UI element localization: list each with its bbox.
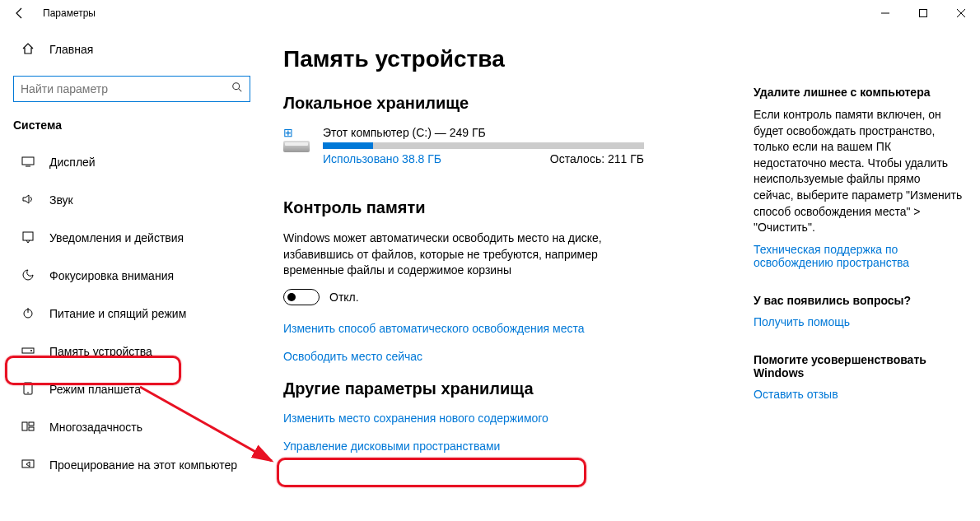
svg-point-14 (27, 392, 29, 393)
svg-point-4 (233, 83, 240, 90)
titlebar: Параметры (0, 0, 980, 26)
storage-icon (20, 344, 36, 360)
sidebar-item-label: Режим планшета (49, 383, 141, 396)
sidebar-item-notifications[interactable]: Уведомления и действия (0, 219, 264, 257)
storage-sense-desc: Windows может автоматически освободить м… (283, 230, 637, 279)
maximize-button[interactable] (904, 0, 942, 26)
projecting-icon (20, 458, 36, 473)
aside-cleanup-link[interactable]: Техническая поддержка по освобождению пр… (754, 243, 964, 269)
svg-rect-16 (29, 422, 34, 426)
svg-line-5 (239, 89, 242, 92)
sidebar-item-power[interactable]: Питание и спящий режим (0, 295, 264, 333)
notifications-icon (20, 230, 36, 246)
window-title: Параметры (43, 7, 96, 19)
storage-remaining: Осталось: 211 ГБ (550, 152, 644, 165)
toggle-state-label: Откл. (329, 291, 359, 304)
aside-help-link[interactable]: Получить помощь (754, 315, 964, 328)
sidebar-item-tablet[interactable]: Режим планшета (0, 370, 264, 408)
back-button[interactable] (7, 0, 33, 26)
multitask-icon (20, 420, 36, 435)
aside-questions-heading: У вас появились вопросы? (754, 294, 964, 307)
sidebar-home-label: Главная (49, 43, 93, 56)
link-change-auto-free[interactable]: Изменить способ автоматического освобожд… (283, 322, 737, 335)
tablet-icon (20, 382, 36, 398)
link-change-save-location[interactable]: Изменить место сохранения нового содержи… (283, 412, 737, 425)
svg-rect-6 (22, 157, 34, 165)
aside-cleanup-desc: Если контроль памяти включен, он будет о… (754, 107, 964, 236)
storage-bar (323, 142, 644, 149)
svg-point-12 (30, 350, 32, 351)
drive-row[interactable]: ⊞ Этот компьютер (C:) — 249 ГБ Использов… (283, 126, 737, 165)
main-content: Память устройства Локальное хранилище ⊞ … (283, 46, 737, 521)
svg-rect-18 (22, 460, 34, 468)
sidebar-item-label: Проецирование на этот компьютер (49, 458, 237, 472)
sidebar-item-projecting[interactable]: Проецирование на этот компьютер (0, 446, 264, 484)
drive-label: Этот компьютер (C:) — 249 ГБ (323, 126, 737, 139)
sidebar-item-focus[interactable]: Фокусировка внимания (0, 257, 264, 295)
sidebar-item-label: Уведомления и действия (49, 231, 184, 244)
home-icon (20, 42, 36, 58)
svg-rect-15 (22, 422, 27, 430)
page-title: Память устройства (283, 46, 737, 72)
aside-improve-heading: Помогите усовершенствовать Windows (754, 353, 964, 379)
sidebar-group-label: Система (0, 119, 264, 143)
aside-panel: Удалите лишнее с компьютера Если контрол… (754, 46, 964, 521)
focus-icon (20, 268, 36, 284)
close-button[interactable] (942, 0, 980, 26)
sidebar-item-storage[interactable]: Память устройства (0, 333, 264, 370)
svg-rect-8 (23, 232, 33, 240)
svg-rect-1 (920, 10, 927, 17)
search-icon (231, 81, 243, 96)
link-free-now[interactable]: Освободить место сейчас (283, 350, 737, 363)
display-icon (20, 155, 36, 170)
sidebar-item-label: Многозадачность (49, 421, 142, 434)
svg-rect-17 (29, 427, 34, 430)
minimize-button[interactable] (866, 0, 904, 26)
drive-icon: ⊞ (283, 126, 310, 152)
sidebar-item-sound[interactable]: Звук (0, 181, 264, 219)
sound-icon (20, 193, 36, 208)
aside-feedback-link[interactable]: Оставить отзыв (754, 388, 964, 401)
power-icon (20, 306, 36, 322)
search-input[interactable] (21, 82, 231, 95)
link-manage-storage-spaces[interactable]: Управление дисковыми пространствами (283, 440, 737, 453)
sidebar-item-label: Звук (49, 193, 73, 207)
local-storage-heading: Локальное хранилище (283, 94, 737, 113)
search-box[interactable] (13, 76, 250, 102)
sidebar-item-label: Дисплей (49, 156, 96, 169)
sidebar-home[interactable]: Главная (0, 33, 264, 66)
sidebar-item-label: Фокусировка внимания (49, 269, 174, 282)
sidebar-item-display[interactable]: Дисплей (0, 143, 264, 181)
sidebar-item-label: Память устройства (49, 345, 152, 358)
storage-sense-toggle[interactable] (283, 289, 320, 305)
storage-sense-heading: Контроль памяти (283, 198, 737, 217)
sidebar-item-multitask[interactable]: Многозадачность (0, 408, 264, 446)
other-storage-heading: Другие параметры хранилища (283, 379, 737, 398)
aside-cleanup-heading: Удалите лишнее с компьютера (754, 86, 964, 99)
sidebar-item-label: Питание и спящий режим (49, 307, 186, 320)
sidebar: Главная Система Дисплей Звук Уведомления… (0, 26, 264, 521)
storage-used-link[interactable]: Использовано 38.8 ГБ (323, 152, 441, 165)
